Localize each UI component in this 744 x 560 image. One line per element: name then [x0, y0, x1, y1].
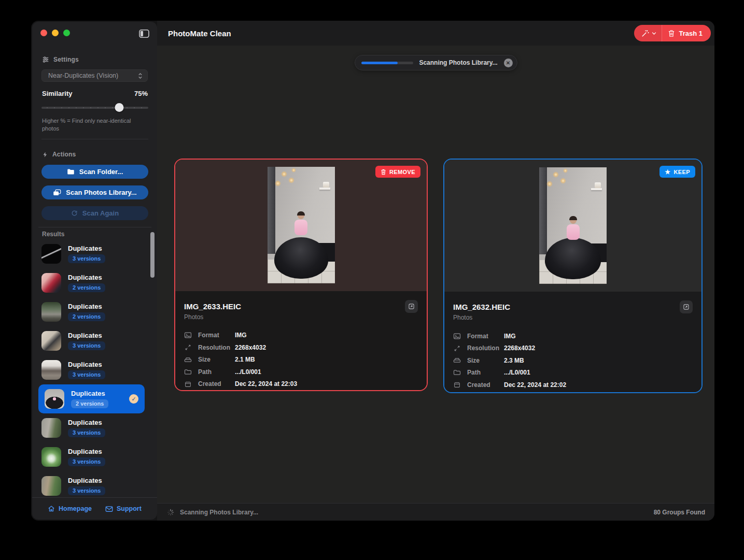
picture-icon — [453, 333, 461, 339]
versions-badge: 3 versions — [68, 254, 105, 263]
similarity-slider[interactable] — [41, 104, 148, 112]
results-scrollbar[interactable] — [150, 232, 155, 278]
meta-label: Resolution — [198, 344, 235, 351]
zoom-window-button[interactable] — [63, 30, 70, 36]
result-row-selected[interactable]: Duplicates 2 versions ✓ — [38, 384, 145, 413]
minimize-window-button[interactable] — [52, 30, 59, 36]
trash-button-group: Trash 1 — [634, 25, 711, 41]
photo-stack-icon — [53, 189, 61, 196]
meta-value: 2268x4032 — [235, 344, 266, 351]
results-divider — [38, 227, 151, 227]
result-row[interactable]: Duplicates 3 versions — [32, 471, 157, 497]
duplicate-card-keep[interactable]: ★ KEEP IMG_2632.HEIC Photos — [443, 159, 703, 393]
result-row[interactable]: Duplicates 2 versions — [32, 297, 157, 326]
photo-preview[interactable] — [268, 167, 335, 283]
sidebar-footer: Homepage Support — [32, 497, 157, 520]
versions-badge: 2 versions — [71, 399, 108, 408]
result-title: Duplicates — [68, 245, 150, 252]
scan-photos-library-button[interactable]: Scan Photos Library... — [41, 185, 148, 199]
meta-value: .../L0/001 — [235, 368, 261, 376]
sliders-icon — [42, 56, 49, 63]
cancel-scan-button[interactable]: ✕ — [504, 59, 513, 67]
meta-value: IMG — [235, 332, 247, 339]
similarity-hint: Higher % = Find only near-identical phot… — [42, 117, 135, 133]
sidebar-toggle-icon[interactable] — [138, 28, 151, 39]
folder-icon — [453, 369, 461, 376]
close-window-button[interactable] — [40, 30, 47, 36]
folder-icon — [67, 168, 75, 175]
meta-row-size: Size 2.3 MB — [453, 354, 693, 367]
open-external-button[interactable] — [405, 300, 418, 313]
result-title: Duplicates — [68, 274, 150, 281]
toolbar: PhotoMate Clean — [157, 21, 714, 46]
result-row[interactable]: Duplicates 2 versions — [32, 268, 157, 297]
result-row[interactable]: Duplicates 3 versions — [32, 413, 157, 442]
trash-icon — [381, 169, 386, 175]
result-thumbnail — [41, 331, 61, 351]
photo-info: IMG_2632.HEIC Photos — [444, 292, 701, 392]
meta-label: Format — [198, 332, 235, 339]
scan-photos-library-label: Scan Photos Library... — [66, 189, 136, 196]
result-title: Duplicates — [68, 303, 150, 310]
selected-check-icon: ✓ — [129, 394, 138, 404]
versions-badge: 2 versions — [68, 283, 105, 292]
versions-badge: 3 versions — [68, 341, 105, 350]
status-left: Scanning Photos Library... — [167, 509, 258, 516]
auto-select-menu-button[interactable] — [634, 25, 662, 41]
photo-preview[interactable] — [539, 167, 607, 284]
result-title: Duplicates — [68, 361, 150, 368]
magic-wand-icon — [641, 29, 650, 38]
remove-badge-label: REMOVE — [389, 169, 415, 175]
drive-icon — [453, 357, 461, 363]
duplicate-card-remove[interactable]: REMOVE IMG_2633.HEIC Photos — [174, 159, 428, 391]
envelope-icon — [105, 506, 113, 512]
results-list: Duplicates 3 versions Duplicates 2 versi… — [32, 239, 157, 497]
content-area: Scanning Photos Library... ✕ — [157, 46, 714, 503]
mode-dropdown[interactable]: Near-Duplicates (Vision) — [41, 69, 148, 82]
scan-folder-label: Scan Folder... — [79, 168, 123, 176]
meta-value: .../L0/001 — [504, 369, 530, 376]
similarity-value: 75% — [134, 90, 148, 97]
similarity-label: Similarity — [42, 90, 73, 97]
meta-row-created: Created Dec 22, 2024 at 22:02 — [453, 379, 693, 391]
meta-value: 2.1 MB — [235, 356, 255, 363]
scan-again-label: Scan Again — [82, 209, 119, 217]
slider-thumb[interactable] — [115, 103, 124, 112]
open-external-button[interactable] — [680, 300, 693, 313]
arrow-up-right-square-icon — [408, 303, 415, 310]
meta-row-path: Path .../L0/001 — [453, 367, 693, 379]
status-text: Scanning Photos Library... — [180, 509, 258, 516]
result-thumbnail — [41, 418, 61, 438]
meta-label: Size — [467, 357, 504, 364]
status-bar: Scanning Photos Library... 80 Groups Fou… — [157, 503, 714, 521]
slider-track[interactable] — [41, 107, 148, 109]
folder-icon — [184, 369, 192, 375]
chevron-down-icon — [652, 32, 656, 35]
homepage-link[interactable]: Homepage — [48, 505, 92, 512]
result-row[interactable]: Duplicates 3 versions — [32, 442, 157, 471]
meta-label: Size — [198, 356, 235, 363]
support-link[interactable]: Support — [105, 505, 142, 512]
metadata-table: Format IMG Resolution 2268x4032 — [184, 329, 418, 391]
versions-badge: 3 versions — [68, 370, 105, 379]
photo-preview-area: ★ KEEP — [444, 160, 701, 292]
window-controls — [40, 30, 70, 36]
remove-badge[interactable]: REMOVE — [375, 166, 420, 178]
scan-folder-button[interactable]: Scan Folder... — [41, 165, 148, 179]
main-area: PhotoMate Clean — [157, 21, 714, 521]
keep-badge[interactable]: ★ KEEP — [659, 166, 695, 178]
result-thumbnail — [41, 360, 61, 380]
source-library: Photos — [453, 314, 693, 321]
result-thumbnail — [41, 244, 61, 264]
result-row[interactable]: Duplicates 3 versions — [32, 326, 157, 355]
filename: IMG_2632.HEIC — [453, 303, 693, 311]
result-row[interactable]: Duplicates 3 versions — [32, 239, 157, 268]
versions-badge: 2 versions — [68, 312, 105, 321]
meta-row-format: Format IMG — [184, 329, 418, 342]
sidebar: Settings Near-Duplicates (Vision) Simila… — [32, 22, 157, 520]
results-header: Results — [42, 231, 64, 238]
result-row[interactable]: Duplicates 3 versions — [32, 355, 157, 384]
result-title: Duplicates — [68, 332, 150, 339]
trash-button[interactable]: Trash 1 — [662, 25, 711, 41]
meta-row-resolution: Resolution 2268x4032 — [453, 342, 693, 355]
